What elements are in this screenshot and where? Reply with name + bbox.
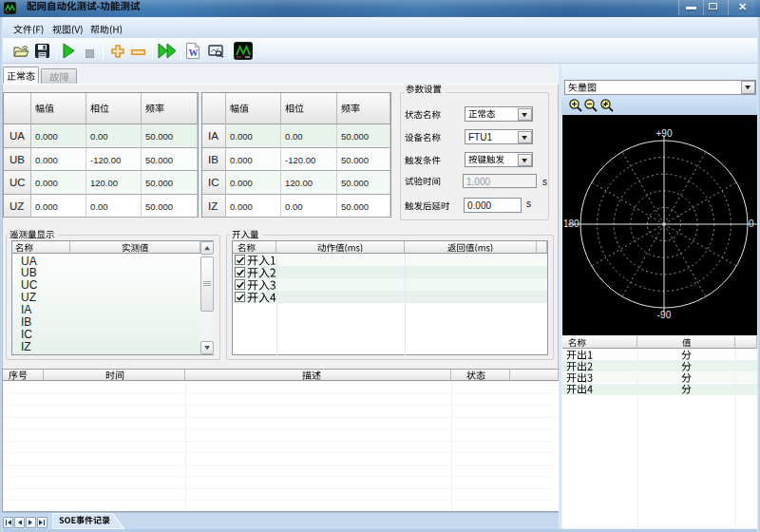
svg-text:W: W xyxy=(189,48,199,58)
svg-text:0: 0 xyxy=(749,218,754,229)
svg-text:+90: +90 xyxy=(656,128,673,139)
svg-text:180: 180 xyxy=(563,218,580,229)
svg-text:-90: -90 xyxy=(657,310,672,320)
